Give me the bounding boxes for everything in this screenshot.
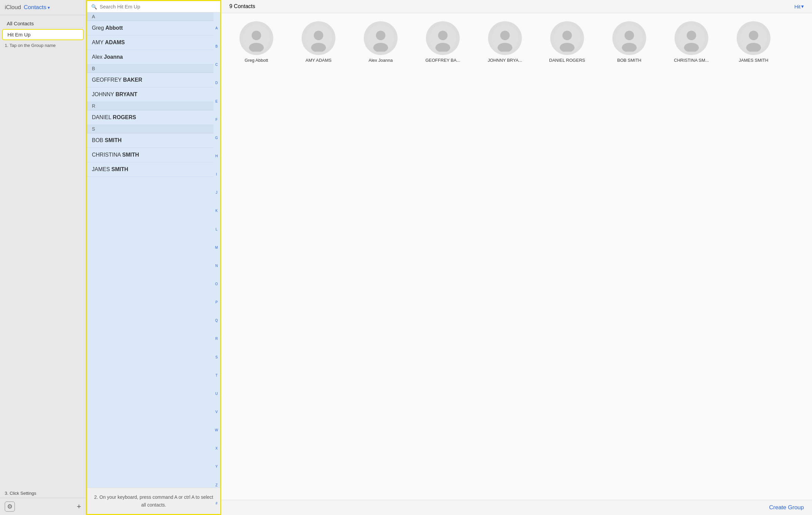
contact-list-panel: 🔍 AGreg AbbottAMY ADAMSAlex JoannaBGEOFF… (86, 0, 221, 515)
contact-card[interactable]: CHRISTINA SM... (664, 21, 718, 63)
alpha-index-y[interactable]: Y (215, 465, 218, 469)
alpha-index-i[interactable]: I (216, 172, 217, 177)
contact-card-name: GEOFFREY BA... (425, 58, 460, 63)
contact-card-name: CHRISTINA SM... (674, 58, 709, 63)
section-header-r: R (87, 102, 213, 110)
search-input[interactable] (100, 4, 216, 9)
alpha-index-h[interactable]: H (215, 154, 218, 158)
alpha-index-v[interactable]: V (215, 410, 218, 414)
alpha-index-g[interactable]: G (215, 136, 218, 140)
alpha-index-f[interactable]: F (215, 118, 218, 122)
alpha-index-w[interactable]: W (215, 428, 218, 432)
contact-card[interactable]: Alex Joanna (354, 21, 408, 63)
sidebar-item-hit-em-up[interactable]: Hit Em Up (2, 29, 84, 40)
add-contact-button[interactable]: + (77, 502, 81, 511)
section-header-a: A (87, 12, 213, 21)
avatar (426, 21, 460, 55)
list-item[interactable]: Alex Joanna (87, 50, 213, 64)
alphabet-index[interactable]: ABCDEFGHIJKLMNOPQRSTUVWXYZ# (213, 18, 220, 514)
sidebar-footer: ⚙ + (0, 498, 86, 515)
svg-point-13 (500, 31, 510, 40)
svg-point-7 (376, 31, 385, 40)
create-group-button[interactable]: Create Group (769, 504, 804, 511)
avatar (550, 21, 584, 55)
alpha-index-n[interactable]: N (215, 264, 218, 268)
alpha-index-d[interactable]: D (215, 81, 218, 85)
sidebar-item-all-contacts[interactable]: All Contacts (2, 19, 84, 28)
sidebar-instruction-1: 1. Tap on the Group name (0, 41, 86, 50)
alpha-index-m[interactable]: M (215, 246, 218, 250)
alpha-index-#[interactable]: # (215, 502, 218, 506)
contact-card-name: AMY ADAMS (305, 58, 331, 63)
contact-card-name: Alex Joanna (369, 58, 393, 63)
alpha-index-k[interactable]: K (215, 209, 218, 213)
avatar (239, 21, 273, 55)
filter-chevron-icon: ▾ (801, 3, 804, 9)
contact-card-name: BOB SMITH (617, 58, 641, 63)
list-item[interactable]: GEOFFREY BAKER (87, 73, 213, 87)
svg-point-10 (438, 31, 448, 40)
contacts-grid: Greg Abbott AMY ADAMS Alex Joanna GEOFFR… (221, 13, 812, 500)
list-item[interactable]: JOHNNY BRYANT (87, 87, 213, 102)
svg-point-19 (625, 31, 634, 40)
contact-card[interactable]: Greg Abbott (229, 21, 283, 63)
alpha-index-l[interactable]: L (215, 227, 218, 232)
alpha-index-c[interactable]: C (215, 63, 218, 67)
main-header: 9 Contacts Hit ▾ (221, 0, 812, 13)
alpha-index-e[interactable]: E (215, 100, 218, 104)
settings-icon[interactable]: ⚙ (5, 502, 15, 512)
contact-card[interactable]: BOB SMITH (602, 21, 656, 63)
avatar (302, 21, 335, 55)
instruction-text-2: 2. On your keyboard, press command A or … (87, 488, 220, 514)
contacts-label: Contacts (24, 4, 46, 11)
main-footer: Create Group (221, 500, 812, 515)
alpha-index-s[interactable]: S (215, 355, 218, 359)
filter-button[interactable]: Hit ▾ (794, 3, 804, 9)
main-panel: 9 Contacts Hit ▾ Greg Abbott AMY ADAMS A… (221, 0, 812, 515)
svg-point-1 (252, 31, 261, 40)
alpha-index-x[interactable]: X (215, 446, 218, 451)
alpha-index-j[interactable]: J (216, 191, 218, 195)
alpha-index-a[interactable]: A (215, 26, 218, 30)
sidebar: iCloud Contacts ▾ All Contacts Hit Em Up… (0, 0, 86, 515)
alpha-index-r[interactable]: R (215, 337, 218, 341)
contact-card[interactable]: GEOFFREY BA... (416, 21, 470, 63)
search-icon: 🔍 (91, 4, 97, 9)
alpha-index-z[interactable]: Z (215, 483, 218, 487)
avatar (737, 21, 770, 55)
alpha-index-q[interactable]: Q (215, 319, 218, 323)
sidebar-header: iCloud Contacts ▾ (0, 0, 86, 15)
list-item[interactable]: CHRISTINA SMITH (87, 148, 213, 162)
avatar (675, 21, 708, 55)
app-container: iCloud Contacts ▾ All Contacts Hit Em Up… (0, 0, 812, 515)
contact-card-name: DANIEL ROGERS (549, 58, 585, 63)
svg-point-25 (749, 31, 758, 40)
alpha-index-o[interactable]: O (215, 282, 218, 286)
contact-card-name: JOHNNY BRYA... (488, 58, 522, 63)
contact-card[interactable]: JOHNNY BRYA... (478, 21, 532, 63)
sidebar-nav: All Contacts Hit Em Up 1. Tap on the Gro… (0, 15, 86, 491)
list-item[interactable]: Greg Abbott (87, 21, 213, 35)
alpha-index-t[interactable]: T (215, 374, 218, 378)
alpha-index-b[interactable]: B (215, 45, 218, 49)
sidebar-click-settings-label: 3. Click Settings (0, 491, 86, 496)
icloud-label: iCloud (5, 4, 21, 11)
avatar (364, 21, 398, 55)
alpha-index-u[interactable]: U (215, 392, 218, 396)
search-bar: 🔍 (87, 1, 220, 12)
chevron-down-icon: ▾ (48, 5, 50, 10)
svg-point-16 (562, 31, 572, 40)
list-item[interactable]: DANIEL ROGERS (87, 110, 213, 125)
contact-card[interactable]: DANIEL ROGERS (540, 21, 594, 63)
list-item[interactable]: JAMES SMITH (87, 162, 213, 177)
avatar (488, 21, 522, 55)
main-title: 9 Contacts (229, 3, 255, 9)
contact-card[interactable]: JAMES SMITH (727, 21, 781, 63)
list-item[interactable]: AMY ADAMS (87, 35, 213, 50)
section-header-s: S (87, 125, 213, 133)
list-item[interactable]: BOB SMITH (87, 133, 213, 148)
avatar (612, 21, 646, 55)
alpha-index-p[interactable]: P (215, 300, 218, 304)
contact-card[interactable]: AMY ADAMS (291, 21, 346, 63)
sidebar-footer-left: ⚙ (5, 502, 15, 512)
